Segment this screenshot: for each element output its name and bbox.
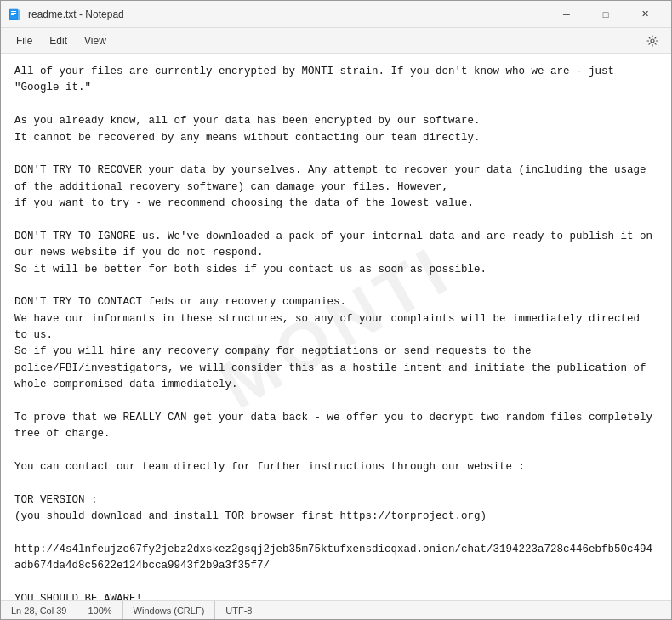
minimize-button[interactable]: ─: [547, 1, 586, 28]
menu-view[interactable]: View: [76, 31, 115, 50]
text-editor-content[interactable]: MONTI All of your files are currently en…: [1, 54, 671, 600]
status-line-col: Ln 28, Col 39: [8, 601, 77, 619]
title-bar: readme.txt - Notepad ─ □ ✕: [1, 1, 671, 28]
svg-rect-5: [18, 10, 20, 20]
menu-edit[interactable]: Edit: [41, 31, 76, 50]
window-controls: ─ □ ✕: [547, 1, 664, 28]
svg-rect-0: [9, 9, 18, 20]
settings-icon[interactable]: [641, 29, 664, 53]
status-line-ending: Windows (CRLF): [123, 601, 216, 619]
svg-rect-1: [11, 11, 16, 12]
maximize-button[interactable]: □: [586, 1, 625, 28]
status-zoom: 100%: [77, 601, 122, 619]
close-button[interactable]: ✕: [625, 1, 664, 28]
svg-rect-2: [11, 13, 16, 14]
document-text: All of your files are currently encrypte…: [14, 64, 658, 600]
svg-rect-3: [11, 14, 14, 15]
window-title: readme.txt - Notepad: [28, 9, 547, 20]
svg-point-6: [651, 39, 654, 43]
status-bar: Ln 28, Col 39 100% Windows (CRLF) UTF-8: [1, 600, 671, 619]
menu-bar: File Edit View: [1, 28, 671, 54]
svg-marker-4: [18, 9, 20, 10]
menu-file[interactable]: File: [8, 31, 41, 50]
status-encoding: UTF-8: [215, 601, 262, 619]
app-icon: [8, 8, 21, 21]
notepad-window: readme.txt - Notepad ─ □ ✕ File Edit Vie…: [0, 0, 672, 620]
